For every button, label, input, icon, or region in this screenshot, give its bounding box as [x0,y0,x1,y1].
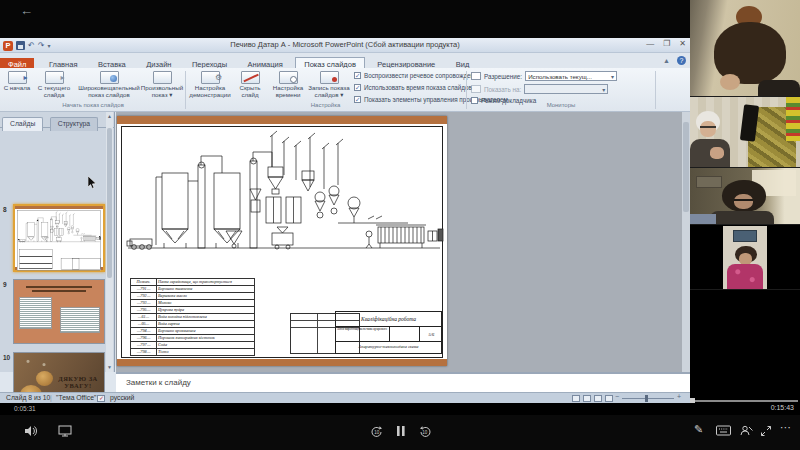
slide-canvas[interactable]: Познач.Назва середовища, що транспортуєт… [117,116,447,366]
svg-text:10: 10 [422,430,428,435]
hide-slide-button[interactable]: Скрыть слайд [233,71,267,99]
window-controls: — ❐ ✕ [646,39,686,48]
record-slideshow-button[interactable]: Запись показа слайдов ▾ [308,71,350,99]
resolution-dropdown[interactable]: Использовать текущ... ▾ [525,71,617,81]
more-options-button[interactable]: ⋯ [780,421,792,434]
participant-video-1[interactable] [690,0,800,97]
spellcheck-icon[interactable] [97,395,105,402]
recording-timeline[interactable] [690,400,798,402]
ribbon-tab-row: Файл Главная Вставка Дизайн Переходы Ани… [0,53,690,68]
broadcast-globe-icon [100,71,119,84]
slide-theme-band [117,116,447,124]
wall-photos [696,176,722,188]
slide-10-number: 10 [3,354,10,361]
clock-icon [279,71,298,84]
minimize-button[interactable]: — [646,39,654,48]
svg-text:10: 10 [374,430,380,435]
show-on-dropdown[interactable]: ▾ [524,84,608,94]
slideshow-view-button[interactable] [605,395,613,402]
record-icon [320,71,339,84]
stamp-cells [390,327,420,342]
slide-8-thumbnail[interactable] [13,204,105,272]
vertical-video [723,226,767,290]
zoom-slider-knob[interactable] [645,395,648,402]
table-row: —791—Борошно пшеничне [131,286,255,293]
scheme-name: Апаратурно-технологічна схема [336,342,441,355]
zoom-out-icon[interactable]: − [615,393,619,400]
shoulder [758,80,800,97]
table-row: —792—Вершкове масло [131,293,255,300]
participants-strip [690,0,800,450]
document-description: Лінія виробництва печива цукрового [336,327,390,342]
zoom-in-icon[interactable]: + [677,393,681,400]
document-type: Кваліфікаційна робота [336,312,441,327]
language-label[interactable]: русский [110,394,134,401]
colorful-bag [786,97,800,141]
table-row: —795—Цукрова пудра [131,307,255,314]
broadcast-slideshow-button[interactable]: Широковещательный показ слайдов [77,71,141,99]
annotate-pencil-button[interactable]: ✎ [694,423,703,436]
show-on-row: Показать на: ▾ [471,84,608,94]
normal-view-button[interactable] [572,395,580,402]
rewind-10-button[interactable]: 10 [370,425,384,439]
volume-icon[interactable] [24,425,38,437]
play-narrations-checkbox[interactable]: ✓ Воспроизвести речевое сопровождение [354,72,481,79]
from-current-slide-button[interactable]: ▸ С текущего слайда [33,71,75,99]
zoom-slider[interactable] [622,398,674,399]
hide-slide-icon [241,71,260,84]
setup-gear-icon: ⚙ [201,71,220,84]
maximize-button[interactable]: ❐ [663,39,670,48]
tab-slides[interactable]: Слайды [2,117,43,131]
face [734,194,753,209]
notes-pane[interactable]: Заметки к слайду [116,372,690,392]
back-icon[interactable]: ← [20,3,33,18]
title-block: Кваліфікаційна робота Лінія виробництва … [335,311,442,354]
slide-9-thumbnail[interactable] [13,279,105,344]
collapse-view-icon[interactable] [760,425,772,437]
table-row: —798—Тісто [131,349,255,356]
forward-10-button[interactable]: 10 [418,425,432,439]
player-top-bar: ← [0,0,800,38]
monitor-icon [471,72,481,80]
keyboard-icon[interactable] [716,425,731,436]
mini-drawing-sheet [17,210,101,270]
custom-show-icon [153,71,172,84]
title-bar[interactable]: P ↶ ↷ ▾ Печиво Датар А - Microsoft Power… [0,38,690,53]
panel-scrollbar[interactable]: ▲ ▼ [106,112,113,372]
slide-theme-band [117,359,447,366]
pause-button[interactable] [396,425,406,437]
table-row: —05—Вода гаряча [131,321,255,328]
table-row: —797—Сода [131,342,255,349]
face [700,121,716,137]
workspace-scrollbar[interactable] [682,112,690,372]
chevron-down-icon: ▾ [611,73,614,80]
timeline-marker[interactable] [690,398,695,403]
play-screen-icon: ▸ [8,71,27,84]
help-icon[interactable]: ? [677,56,686,65]
sheet-number: 5/6 [420,327,443,342]
status-bar: Слайд 8 из 10 | "Тема Office" русский − … [0,392,690,403]
participants-hidden-icon[interactable] [740,425,753,437]
hand [710,147,724,159]
collapse-ribbon-icon[interactable]: ▲ [663,57,670,64]
tab-outline[interactable]: Структура [50,117,98,131]
group-label-start: Начать показ слайдов [2,102,184,108]
custom-slideshow-button[interactable]: Произвольный показ ▾ [141,71,183,99]
sorter-view-button[interactable] [583,395,591,402]
participant-video-2[interactable] [690,97,800,168]
rehearse-timings-button[interactable]: Настройка времени [268,71,308,99]
from-beginning-button[interactable]: ▸ С начала [2,71,32,92]
monitor-icon [471,85,481,93]
use-timings-checkbox[interactable]: ✓ Использовать время показа слайдов [354,84,472,91]
close-button[interactable]: ✕ [679,39,686,48]
share-screen-icon[interactable] [58,425,72,437]
current-time-label: 0:05:31 [14,405,36,412]
mouse-cursor [88,176,97,189]
setup-slideshow-button[interactable]: ⚙ Настройка демонстрации [188,71,232,99]
body [710,211,774,225]
slide-9-number: 9 [3,281,7,288]
participant-video-3[interactable] [690,168,800,225]
reading-view-button[interactable] [594,395,602,402]
participant-video-4[interactable] [690,226,800,290]
picture-frame [733,230,757,242]
